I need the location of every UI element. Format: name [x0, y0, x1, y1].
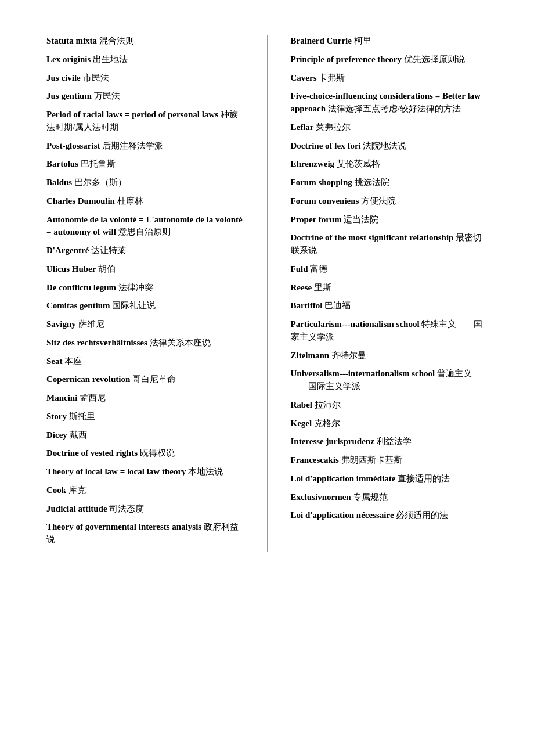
list-item: Ehrenzweig 艾伦茨威格: [291, 158, 488, 171]
list-item: Seat 本座: [46, 355, 244, 368]
list-item: Particularism---nationalism school 特殊主义—…: [291, 318, 488, 344]
list-item: Forum shopping 挑选法院: [291, 177, 488, 189]
right-column: Brainerd Currie 柯里Principle of preferenc…: [268, 35, 488, 552]
list-item: Lex originis 出生地法: [46, 53, 244, 66]
list-item: Doctrine of the most significant relatio…: [291, 232, 488, 257]
list-item: Copernican revolution 哥白尼革命: [46, 373, 244, 386]
list-item: Kegel 克格尔: [291, 417, 488, 430]
main-content: Statuta mixta 混合法则Lex originis 出生地法Jus c…: [46, 35, 488, 552]
list-item: Leflar 莱弗拉尔: [291, 121, 488, 134]
list-item: Story 斯托里: [46, 411, 244, 423]
list-item: Cavers 卡弗斯: [291, 72, 488, 85]
list-item: Universalism---internationalism school 普…: [291, 368, 488, 393]
list-item: Statuta mixta 混合法则: [46, 35, 244, 48]
list-item: Loi d'application immédiate 直接适用的法: [291, 473, 488, 485]
list-item: Principle of preference theory 优先选择原则说: [291, 53, 488, 66]
list-item: Post-glossarist 后期注释法学派: [46, 140, 244, 153]
list-item: Theory of governmental interests analysi…: [46, 521, 244, 546]
list-item: Doctrine of vested rights 既得权说: [46, 447, 244, 460]
list-item: Baldus 巴尔多（斯）: [46, 177, 244, 189]
list-item: Forum conveniens 方便法院: [291, 195, 488, 208]
list-item: Loi d'application nécessaire 必须适用的法: [291, 509, 488, 522]
list-item: Sitz des rechtsverhältnisses 法律关系本座说: [46, 337, 244, 350]
list-item: Autonomie de la volonté = L'autonomie de…: [46, 214, 244, 239]
list-item: Brainerd Currie 柯里: [291, 35, 488, 48]
list-item: Interesse jurisprudenz 利益法学: [291, 435, 488, 448]
list-item: Jus gentium 万民法: [46, 90, 244, 103]
list-item: Theory of local law = local law theory 本…: [46, 466, 244, 478]
list-item: Five-choice-influencing considerations =…: [291, 90, 488, 116]
list-item: De conflictu legum 法律冲突: [46, 282, 244, 294]
list-item: Comitas gentium 国际礼让说: [46, 300, 244, 312]
list-item: Zitelmann 齐特尔曼: [291, 350, 488, 362]
list-item: Charles Dumoulin 杜摩林: [46, 195, 244, 208]
list-item: Savigny 萨维尼: [46, 318, 244, 331]
list-item: Judicial attitude 司法态度: [46, 503, 244, 516]
list-item: Cook 库克: [46, 484, 244, 497]
list-item: Rabel 拉沛尔: [291, 399, 488, 412]
list-item: D'Argentré 达让特莱: [46, 244, 244, 257]
list-item: Fuld 富德: [291, 263, 488, 276]
list-item: Doctrine of lex fori 法院地法说: [291, 140, 488, 153]
list-item: Ulicus Huber 胡伯: [46, 263, 244, 276]
list-item: Bartiffol 巴迪福: [291, 300, 488, 312]
list-item: Proper forum 适当法院: [291, 214, 488, 226]
list-item: Reese 里斯: [291, 282, 488, 294]
list-item: Dicey 戴西: [46, 429, 244, 442]
list-item: Mancini 孟西尼: [46, 392, 244, 405]
left-column: Statuta mixta 混合法则Lex originis 出生地法Jus c…: [46, 35, 268, 552]
list-item: Jus civile 市民法: [46, 72, 244, 85]
list-item: Bartolus 巴托鲁斯: [46, 158, 244, 171]
list-item: Francescakis 弗朗西斯卡基斯: [291, 454, 488, 467]
list-item: Period of racial laws = period of person…: [46, 109, 244, 134]
list-item: Exclusivnormen 专属规范: [291, 491, 488, 504]
